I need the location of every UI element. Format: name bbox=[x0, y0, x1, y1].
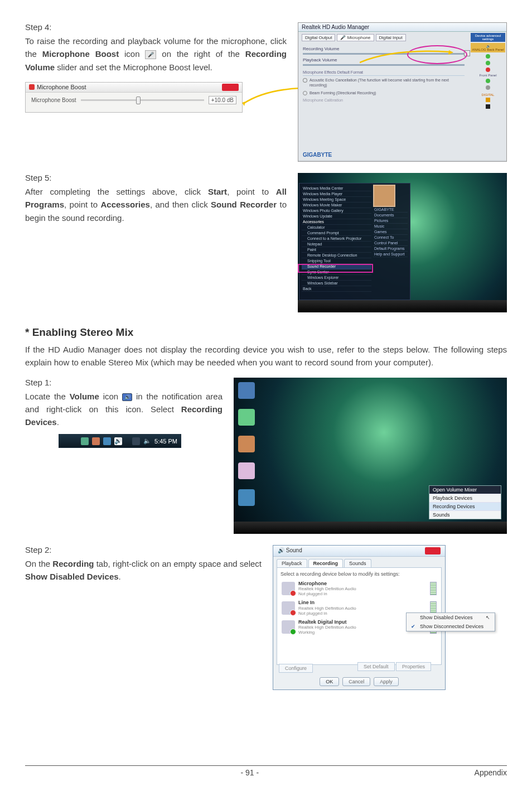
t: tab, right-click on an empty space and s… bbox=[94, 559, 262, 568]
ctx-show-disabled[interactable]: Show Disabled Devices ↖ bbox=[407, 613, 495, 622]
tray-icon[interactable] bbox=[92, 437, 100, 445]
volume-context-menu[interactable]: Open Volume Mixer Playback Devices Recor… bbox=[429, 485, 501, 519]
opt-echo[interactable]: Acoustic Echo Cancellation (The function… bbox=[309, 78, 465, 88]
slider-thumb[interactable] bbox=[136, 97, 141, 104]
sm-item[interactable]: Calculator bbox=[302, 225, 371, 230]
ctx-playback[interactable]: Playback Devices bbox=[429, 494, 501, 502]
jack-dig1[interactable] bbox=[486, 98, 490, 102]
svg-marker-1 bbox=[448, 50, 453, 55]
jack-front1[interactable] bbox=[486, 79, 490, 83]
tray-icon[interactable] bbox=[132, 437, 140, 445]
sm-right-item[interactable]: Help and Support bbox=[373, 252, 408, 257]
adv-settings[interactable]: Device advanced settings bbox=[471, 33, 505, 42]
jack-dig2[interactable] bbox=[486, 104, 490, 109]
tab-playback[interactable]: Playback bbox=[277, 559, 307, 567]
sm-item[interactable]: Windows Photo Gallery bbox=[302, 208, 371, 214]
sm-item[interactable]: Paint bbox=[302, 247, 371, 253]
properties-button[interactable]: Properties bbox=[396, 662, 431, 671]
sm-right-item[interactable]: Pictures bbox=[373, 218, 408, 224]
taskbar[interactable] bbox=[298, 300, 507, 312]
volume-tray-icon[interactable]: 🔊 bbox=[114, 437, 122, 445]
ctx-recording[interactable]: Recording Devices bbox=[429, 502, 501, 510]
sm-item[interactable]: Windows Media Player bbox=[302, 191, 371, 197]
step4-text: To raise the recording and playback volu… bbox=[25, 35, 287, 74]
sm-item[interactable]: Windows Explorer bbox=[302, 275, 371, 281]
system-tray[interactable]: 🔊 🔈 5:45 PM bbox=[59, 434, 181, 448]
tab-microphone[interactable]: 🎤 Microphone bbox=[337, 34, 374, 41]
configure-button[interactable]: Configure bbox=[279, 664, 313, 673]
cancel-button[interactable]: Cancel bbox=[342, 677, 370, 686]
tab-sounds[interactable]: Sounds bbox=[344, 559, 371, 567]
sm-right-item[interactable]: Control Panel bbox=[373, 240, 408, 246]
boost-slider[interactable] bbox=[81, 99, 204, 101]
sound-dialog: 🔊 Sound Playback Recording Sounds Select… bbox=[273, 545, 446, 690]
sm-item[interactable]: Notepad bbox=[302, 242, 371, 247]
sm-right-item[interactable]: GIGABYTE bbox=[373, 207, 408, 213]
sm-right-item[interactable]: Connect To bbox=[373, 235, 408, 240]
apply-button[interactable]: Apply bbox=[374, 677, 399, 686]
opt-calib[interactable]: Microphone Calibration bbox=[303, 98, 465, 103]
start-label: Start bbox=[208, 187, 227, 196]
jack-green[interactable] bbox=[486, 54, 490, 59]
sm-item[interactable]: Windows Meeting Space bbox=[302, 197, 371, 202]
desktop-icon[interactable] bbox=[238, 382, 255, 399]
t: , and then click bbox=[150, 200, 211, 209]
taskbar[interactable] bbox=[234, 522, 507, 534]
device-context-menu[interactable]: Show Disabled Devices ↖ ✔Show Disconnect… bbox=[406, 612, 495, 631]
t: Microphone bbox=[298, 581, 427, 586]
tab-digital-output[interactable]: Digital Output bbox=[302, 34, 335, 41]
ok-button[interactable]: OK bbox=[320, 677, 339, 686]
jack-front2[interactable] bbox=[486, 85, 490, 90]
sm-right-item[interactable]: Default Programs bbox=[373, 246, 408, 252]
realtek-titlebar[interactable]: Realtek HD Audio Manager bbox=[298, 23, 506, 32]
t: Show Disconnected Devices bbox=[420, 624, 483, 629]
set-default-button[interactable]: Set Default bbox=[357, 662, 395, 671]
sm-item[interactable]: Windows Sidebar bbox=[302, 281, 371, 286]
ctx-show-disconnected[interactable]: ✔Show Disconnected Devices bbox=[407, 622, 495, 631]
vista-desktop2-screenshot: Open Volume Mixer Playback Devices Recor… bbox=[234, 378, 507, 534]
opt-beam[interactable]: Beam Forming (Directional Recording) bbox=[309, 91, 376, 96]
t: icon bbox=[99, 392, 122, 401]
tab-digital-input[interactable]: Digital Input bbox=[376, 34, 406, 41]
desktop-icon[interactable] bbox=[238, 436, 255, 452]
section-name: Appendix bbox=[475, 768, 507, 777]
t: Realtek High Definition Audio bbox=[298, 606, 427, 611]
start-menu[interactable]: GIGABYTE Documents Pictures Music Games … bbox=[299, 183, 410, 300]
tray-icon[interactable] bbox=[81, 437, 89, 445]
sm-right-item[interactable]: Games bbox=[373, 229, 408, 235]
desktop-icons bbox=[238, 382, 255, 506]
sm-item[interactable]: Remote Desktop Connection bbox=[302, 253, 371, 258]
tab-recording[interactable]: Recording bbox=[308, 559, 344, 567]
device-row[interactable]: MicrophoneRealtek High Definition AudioN… bbox=[280, 579, 438, 599]
close-icon[interactable] bbox=[222, 84, 239, 91]
t: . bbox=[57, 417, 59, 427]
sm-step1-heading: Step 1: bbox=[25, 378, 223, 387]
ctx-sounds[interactable]: Sounds bbox=[429, 510, 501, 519]
annotation-rect bbox=[298, 264, 373, 273]
desktop-icon[interactable] bbox=[238, 409, 255, 426]
sm-item[interactable]: Windows Update bbox=[302, 214, 371, 219]
arrow-icon bbox=[360, 49, 454, 65]
jack-green2[interactable] bbox=[486, 61, 490, 65]
t: Locate the bbox=[25, 392, 70, 401]
sound-titlebar[interactable]: 🔊 Sound bbox=[273, 546, 445, 557]
level-meter bbox=[430, 582, 437, 595]
sm-item[interactable]: Command Prompt bbox=[302, 230, 371, 236]
sm-back[interactable]: Back bbox=[302, 286, 371, 292]
ctx-open-mixer[interactable]: Open Volume Mixer bbox=[429, 486, 501, 494]
close-icon[interactable] bbox=[425, 547, 441, 554]
sm-right-item[interactable]: Documents bbox=[373, 213, 408, 218]
sm-item[interactable]: Windows Movie Maker bbox=[302, 202, 371, 208]
sm-item[interactable]: Windows Media Center bbox=[302, 186, 371, 191]
jack-red[interactable] bbox=[486, 67, 490, 72]
sm-right-item[interactable]: Music bbox=[373, 224, 408, 229]
mic-boost-panel: Microphone Boost Microphone Boost +10.0 … bbox=[25, 82, 243, 113]
mic-boost-titlebar[interactable]: Microphone Boost bbox=[26, 83, 242, 93]
tray-icon[interactable] bbox=[103, 437, 111, 445]
desktop-icon[interactable] bbox=[238, 489, 255, 506]
sm-item[interactable]: Snipping Tool bbox=[302, 258, 371, 264]
sm-accessories[interactable]: Accessories bbox=[302, 219, 371, 225]
avatar bbox=[373, 185, 395, 207]
desktop-icon[interactable] bbox=[238, 462, 255, 479]
sm-item[interactable]: Connect to a Network Projector bbox=[302, 236, 371, 242]
